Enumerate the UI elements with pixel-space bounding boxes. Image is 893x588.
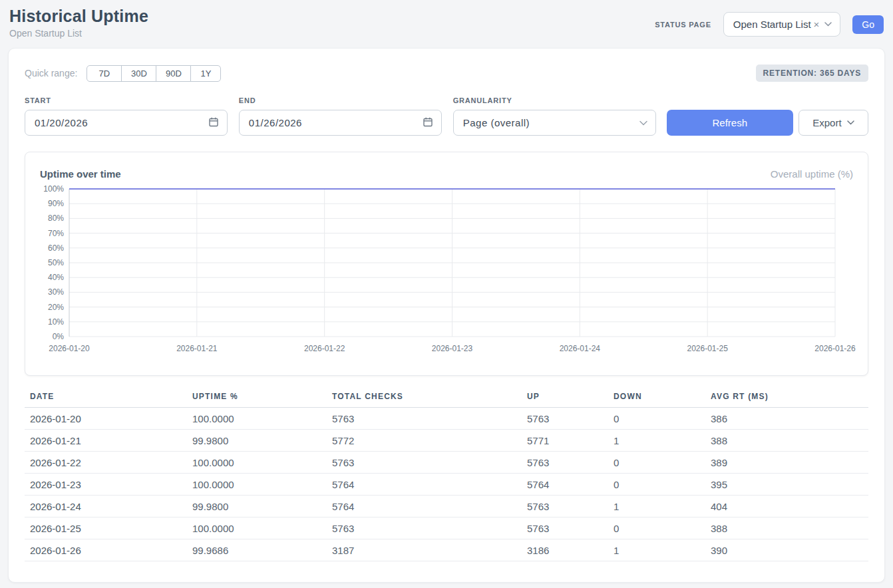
calendar-icon[interactable] bbox=[208, 116, 219, 130]
table-cell: 3187 bbox=[327, 545, 522, 556]
export-button[interactable]: Export bbox=[799, 110, 868, 136]
table-cell: 5764 bbox=[327, 501, 522, 512]
table-cell: 2026-01-21 bbox=[25, 435, 187, 446]
table-cell: 2026-01-23 bbox=[25, 479, 187, 490]
column-header-date: DATE bbox=[25, 392, 187, 401]
svg-text:90%: 90% bbox=[48, 199, 64, 208]
table-cell: 1 bbox=[608, 501, 705, 512]
table-body: 2026-01-20100.00005763576303862026-01-21… bbox=[25, 408, 868, 561]
table-cell: 1 bbox=[608, 545, 705, 556]
filter-controls-row: START 01/20/2026 END 01/26/2026 GRANULAR… bbox=[25, 96, 868, 136]
table-row: 2026-01-2699.9686318731861390 bbox=[25, 539, 868, 561]
table-cell: 100.0000 bbox=[187, 479, 327, 490]
export-button-label: Export bbox=[812, 117, 841, 128]
table-cell: 2026-01-25 bbox=[25, 523, 187, 534]
status-page-select[interactable]: Open Startup List × bbox=[723, 12, 841, 37]
svg-text:2026-01-20: 2026-01-20 bbox=[49, 344, 90, 353]
page-title: Historical Uptime bbox=[9, 7, 148, 26]
table-cell: 5763 bbox=[522, 501, 608, 512]
start-date-input[interactable]: 01/20/2026 bbox=[25, 110, 228, 136]
svg-text:30%: 30% bbox=[48, 287, 64, 297]
quick-range-7d-button[interactable]: 7D bbox=[87, 65, 122, 82]
table-cell: 5763 bbox=[327, 413, 522, 424]
chart-title: Uptime over time bbox=[40, 168, 121, 180]
table-cell: 2026-01-20 bbox=[25, 413, 187, 424]
table-row: 2026-01-2199.9800577257711388 bbox=[25, 430, 868, 452]
quick-range-90d-button[interactable]: 90D bbox=[156, 65, 191, 82]
quick-range-1y-button[interactable]: 1Y bbox=[190, 65, 221, 82]
svg-text:100%: 100% bbox=[43, 184, 64, 194]
svg-text:60%: 60% bbox=[48, 243, 64, 253]
main-panel: Quick range: 7D 30D 90D 1Y RETENTION: 36… bbox=[8, 48, 885, 583]
granularity-label: GRANULARITY bbox=[453, 96, 656, 104]
clear-selection-icon[interactable]: × bbox=[814, 19, 820, 30]
table-cell: 5763 bbox=[327, 523, 522, 534]
quick-range-label: Quick range: bbox=[25, 68, 77, 78]
column-header-up: UP bbox=[522, 392, 608, 401]
table-cell: 5764 bbox=[327, 479, 522, 490]
retention-badge: RETENTION: 365 DAYS bbox=[756, 65, 868, 82]
uptime-chart-svg: 0%10%20%30%40%50%60%70%80%90%100%2026-01… bbox=[25, 184, 868, 357]
table-cell: 5772 bbox=[327, 435, 522, 446]
chevron-down-icon bbox=[824, 22, 832, 27]
table-cell: 2026-01-26 bbox=[25, 545, 187, 556]
svg-text:2026-01-26: 2026-01-26 bbox=[814, 344, 856, 353]
table-cell: 0 bbox=[608, 523, 705, 534]
table-cell: 100.0000 bbox=[187, 413, 327, 424]
table-cell: 390 bbox=[705, 545, 868, 556]
table-row: 2026-01-23100.0000576457640395 bbox=[25, 474, 868, 496]
table-row: 2026-01-25100.0000576357630388 bbox=[25, 517, 868, 539]
granularity-selected-value: Page (overall) bbox=[463, 117, 530, 128]
table-cell: 5763 bbox=[522, 457, 608, 468]
end-date-value: 01/26/2026 bbox=[249, 117, 302, 128]
svg-text:50%: 50% bbox=[48, 258, 64, 267]
svg-text:40%: 40% bbox=[48, 273, 64, 282]
svg-text:2026-01-24: 2026-01-24 bbox=[560, 344, 601, 353]
quick-range-group: 7D 30D 90D 1Y bbox=[87, 65, 221, 82]
svg-text:70%: 70% bbox=[48, 229, 64, 238]
column-header-uptime: UPTIME % bbox=[187, 392, 327, 401]
table-cell: 388 bbox=[705, 523, 868, 534]
title-block: Historical Uptime Open Startup List bbox=[9, 7, 148, 39]
refresh-button[interactable]: Refresh bbox=[667, 110, 793, 136]
quick-range-30d-button[interactable]: 30D bbox=[121, 65, 156, 82]
table-cell: 100.0000 bbox=[187, 457, 327, 468]
table-cell: 0 bbox=[608, 479, 705, 490]
table-cell: 5771 bbox=[522, 435, 608, 446]
table-cell: 99.9800 bbox=[187, 435, 327, 446]
uptime-chart-card: Uptime over time Overall uptime (%) 0%10… bbox=[25, 152, 868, 376]
table-row: 2026-01-20100.0000576357630386 bbox=[25, 408, 868, 430]
calendar-icon[interactable] bbox=[423, 116, 433, 130]
table-cell: 5763 bbox=[522, 413, 608, 424]
status-page-controls: STATUS PAGE Open Startup List × Go bbox=[655, 12, 884, 37]
svg-text:2026-01-25: 2026-01-25 bbox=[687, 344, 728, 353]
chart-legend: Overall uptime (%) bbox=[771, 168, 853, 180]
table-cell: 388 bbox=[705, 435, 868, 446]
table-cell: 3186 bbox=[522, 545, 608, 556]
granularity-select[interactable]: Page (overall) bbox=[453, 110, 656, 136]
start-date-label: START bbox=[25, 96, 228, 104]
end-date-input[interactable]: 01/26/2026 bbox=[239, 110, 442, 136]
table-cell: 2026-01-24 bbox=[25, 501, 187, 512]
chevron-down-icon bbox=[639, 120, 647, 126]
table-cell: 386 bbox=[705, 413, 868, 424]
status-page-label: STATUS PAGE bbox=[655, 21, 711, 29]
go-button[interactable]: Go bbox=[852, 15, 884, 34]
table-cell: 99.9800 bbox=[187, 501, 327, 512]
status-page-selected-value: Open Startup List bbox=[733, 19, 811, 30]
start-date-value: 01/20/2026 bbox=[35, 117, 88, 128]
svg-text:2026-01-22: 2026-01-22 bbox=[304, 344, 345, 353]
svg-text:2026-01-23: 2026-01-23 bbox=[432, 344, 473, 353]
table-cell: 0 bbox=[608, 413, 705, 424]
table-row: 2026-01-22100.0000576357630389 bbox=[25, 452, 868, 474]
column-header-down: DOWN bbox=[608, 392, 705, 401]
table-cell: 5763 bbox=[327, 457, 522, 468]
top-header: Historical Uptime Open Startup List STAT… bbox=[0, 0, 893, 39]
end-date-label: END bbox=[239, 96, 442, 104]
svg-text:0%: 0% bbox=[53, 332, 65, 341]
svg-text:10%: 10% bbox=[48, 317, 64, 327]
svg-text:2026-01-21: 2026-01-21 bbox=[176, 344, 218, 353]
table-cell: 5763 bbox=[522, 523, 608, 534]
table-cell: 2026-01-22 bbox=[25, 457, 187, 468]
svg-text:20%: 20% bbox=[48, 303, 64, 312]
